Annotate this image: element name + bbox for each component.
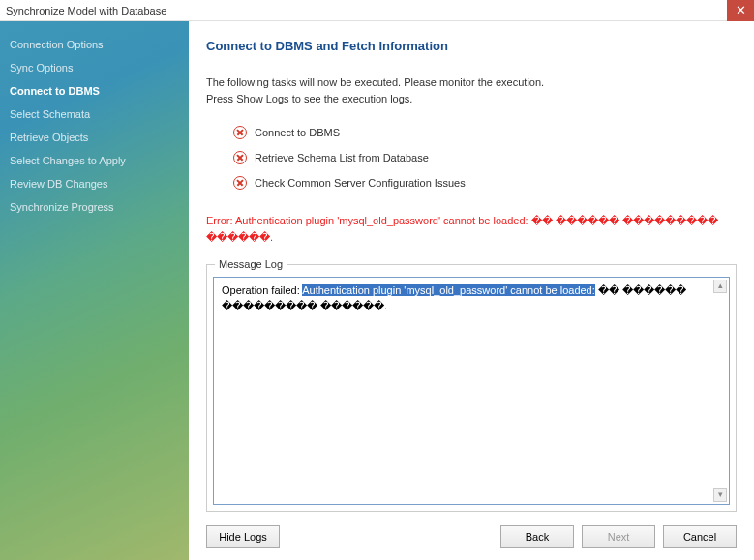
hide-logs-button[interactable]: Hide Logs <box>206 525 280 548</box>
container: Connection Options Sync Options Connect … <box>0 21 754 560</box>
task-row: Check Common Server Configuration Issues <box>233 174 737 192</box>
intro-text: The following tasks will now be executed… <box>206 74 737 106</box>
sidebar-item-connection-options[interactable]: Connection Options <box>0 33 189 56</box>
intro-line-2: Press Show Logs to see the execution log… <box>206 91 737 107</box>
error-icon <box>233 176 247 190</box>
error-icon <box>233 126 247 139</box>
message-log-textarea[interactable]: Operation failed: Authentication plugin … <box>213 277 730 505</box>
sidebar-item-connect-to-dbms[interactable]: Connect to DBMS <box>0 79 189 103</box>
sidebar-item-review-db-changes[interactable]: Review DB Changes <box>0 172 189 195</box>
log-prefix: Operation failed: <box>222 284 302 296</box>
task-list: Connect to DBMS Retrieve Schema List fro… <box>233 124 737 199</box>
close-button[interactable]: ✕ <box>727 0 754 21</box>
task-row: Retrieve Schema List from Database <box>233 149 737 166</box>
next-button[interactable]: Next <box>582 525 655 548</box>
scroll-up-icon[interactable]: ▴ <box>713 280 727 293</box>
sidebar: Connection Options Sync Options Connect … <box>0 21 189 560</box>
intro-line-1: The following tasks will now be executed… <box>206 74 737 91</box>
sidebar-item-synchronize-progress[interactable]: Synchronize Progress <box>0 195 189 219</box>
sidebar-item-sync-options[interactable]: Sync Options <box>0 56 189 79</box>
log-selected-text: Authentication plugin 'mysql_old_passwor… <box>302 284 595 296</box>
back-button[interactable]: Back <box>500 525 574 548</box>
sidebar-item-select-changes[interactable]: Select Changes to Apply <box>0 149 189 172</box>
close-icon: ✕ <box>736 3 746 17</box>
main-panel: Connect to DBMS and Fetch Information Th… <box>189 21 754 560</box>
message-log-group: Message Log Operation failed: Authentica… <box>206 264 737 512</box>
titlebar: Synchronize Model with Database ✕ <box>0 0 754 21</box>
task-label: Check Common Server Configuration Issues <box>255 177 466 189</box>
button-bar: Hide Logs Back Next Cancel <box>206 525 737 548</box>
task-label: Retrieve Schema List from Database <box>255 152 429 163</box>
error-icon <box>233 151 247 164</box>
page-title: Connect to DBMS and Fetch Information <box>206 39 737 53</box>
window-title: Synchronize Model with Database <box>6 5 166 16</box>
task-row: Connect to DBMS <box>233 124 737 141</box>
message-log-legend: Message Log <box>215 258 287 270</box>
sidebar-item-retrieve-objects[interactable]: Retrieve Objects <box>0 126 189 149</box>
cancel-button[interactable]: Cancel <box>663 525 737 548</box>
error-message: Error: Authentication plugin 'mysql_old_… <box>206 213 737 245</box>
task-label: Connect to DBMS <box>255 127 340 138</box>
sidebar-item-select-schemata[interactable]: Select Schemata <box>0 103 189 126</box>
scroll-down-icon[interactable]: ▾ <box>713 488 727 502</box>
